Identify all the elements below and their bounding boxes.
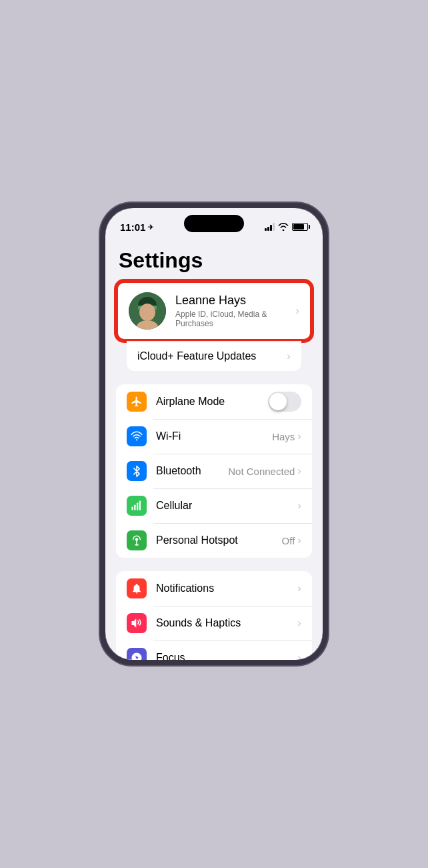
status-icons [265, 223, 308, 231]
focus-chevron: › [297, 651, 301, 660]
scroll-content[interactable]: Settings [105, 238, 323, 660]
bluetooth-row[interactable]: Bluetooth Not Connected › [116, 454, 312, 488]
cellular-label: Cellular [156, 500, 192, 512]
bluetooth-value: Not Connected › [228, 464, 301, 478]
svg-rect-8 [137, 503, 138, 510]
airplane-mode-row[interactable]: Airplane Mode [116, 384, 312, 419]
svg-point-3 [139, 304, 155, 321]
profile-name: Leanne Hays [175, 294, 286, 308]
sounds-chevron: › [297, 616, 301, 630]
sounds-row[interactable]: Sounds & Haptics › [116, 606, 312, 640]
notifications-content: Notifications › [156, 582, 301, 595]
sounds-content: Sounds & Haptics › [156, 616, 301, 630]
bluetooth-icon [127, 461, 147, 481]
cellular-chevron: › [297, 499, 301, 512]
icloud-label: iCloud+ Feature Updates [137, 350, 256, 362]
svg-rect-7 [134, 505, 135, 510]
airplane-mode-icon [127, 392, 147, 412]
battery-icon [292, 223, 308, 231]
cellular-icon [127, 496, 147, 516]
bluetooth-content: Bluetooth Not Connected › [156, 464, 301, 478]
airplane-mode-toggle[interactable] [268, 392, 301, 412]
focus-content: Focus › [156, 651, 301, 660]
focus-label: Focus [156, 652, 185, 660]
svg-point-5 [136, 439, 137, 440]
hotspot-label: Personal Hotspot [156, 534, 238, 546]
icloud-row[interactable]: iCloud+ Feature Updates › [127, 341, 301, 371]
icloud-chevron: › [287, 350, 291, 363]
airplane-mode-label: Airplane Mode [156, 396, 225, 408]
airplane-mode-content: Airplane Mode [156, 392, 301, 412]
wifi-content: Wi-Fi Hays › [156, 430, 301, 443]
notifications-chevron: › [297, 582, 301, 595]
wifi-icon [127, 426, 147, 446]
notifications-label: Notifications [156, 582, 214, 594]
profile-section: Leanne Hays Apple ID, iCloud, Media & Pu… [116, 281, 312, 371]
svg-rect-6 [132, 507, 133, 510]
wifi-status-icon [278, 223, 289, 231]
wifi-value: Hays › [272, 430, 301, 443]
page-title: Settings [105, 238, 323, 281]
hotspot-value: Off › [282, 534, 301, 547]
bluetooth-label: Bluetooth [156, 465, 201, 477]
svg-rect-9 [139, 501, 141, 510]
profile-info: Leanne Hays Apple ID, iCloud, Media & Pu… [175, 294, 286, 328]
wifi-row[interactable]: Wi-Fi Hays › [116, 419, 312, 454]
profile-chevron: › [295, 304, 299, 318]
notifications-row[interactable]: Notifications › [116, 571, 312, 606]
volume-up-button [100, 287, 101, 306]
connectivity-section: Airplane Mode Wi- [116, 384, 312, 558]
hotspot-icon [127, 530, 147, 550]
avatar-image [129, 292, 166, 330]
screen: 11:01 ✈︎ [105, 208, 323, 660]
svg-point-11 [136, 544, 137, 546]
status-time: 11:01 ✈︎ [120, 222, 153, 233]
cellular-row[interactable]: Cellular › [116, 488, 312, 523]
focus-row[interactable]: Focus › [116, 640, 312, 660]
notifications-section: Notifications › [116, 571, 312, 660]
profile-subtitle: Apple ID, iCloud, Media & Purchases [175, 310, 286, 328]
sounds-label: Sounds & Haptics [156, 617, 241, 629]
svg-marker-12 [132, 618, 137, 628]
profile-card[interactable]: Leanne Hays Apple ID, iCloud, Media & Pu… [116, 281, 312, 341]
sounds-icon [127, 613, 147, 633]
wifi-label: Wi-Fi [156, 430, 181, 442]
notifications-icon [127, 578, 147, 598]
hotspot-content: Personal Hotspot Off › [156, 534, 301, 547]
focus-icon [127, 648, 147, 660]
hotspot-row[interactable]: Personal Hotspot Off › [116, 523, 312, 558]
phone-frame: 11:01 ✈︎ [100, 203, 328, 665]
location-icon: ✈︎ [148, 224, 153, 231]
cellular-content: Cellular › [156, 499, 301, 512]
volume-down-button [100, 312, 101, 330]
dynamic-island [184, 215, 244, 232]
avatar [129, 292, 166, 330]
signal-bars [265, 223, 275, 231]
